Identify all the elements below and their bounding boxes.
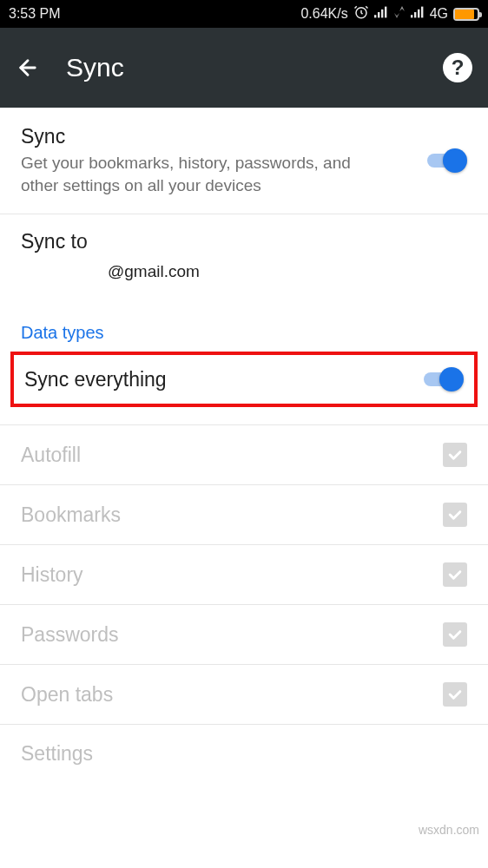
sync-to-label: Sync to [21, 230, 467, 253]
alarm-icon [353, 4, 369, 23]
passwords-row: Passwords [0, 605, 488, 665]
status-time: 3:53 PM [9, 6, 61, 22]
history-row: History [0, 545, 488, 605]
sync-toggle[interactable] [425, 148, 467, 173]
open-tabs-label: Open tabs [21, 683, 443, 707]
svg-rect-1 [374, 15, 376, 17]
settings-row: Settings [0, 725, 488, 783]
sync-everything-label: Sync everything [24, 368, 422, 391]
svg-rect-3 [381, 10, 383, 18]
open-tabs-row: Open tabs [0, 665, 488, 725]
bookmarks-label: Bookmarks [21, 503, 443, 527]
battery-icon [453, 8, 479, 21]
signal-icon [374, 5, 388, 23]
status-bar: 3:53 PM 0.64K/s 4G [0, 0, 488, 28]
status-right: 0.64K/s 4G [300, 4, 479, 23]
bookmarks-row: Bookmarks [0, 485, 488, 545]
help-button[interactable]: ? [443, 53, 472, 82]
svg-rect-7 [418, 10, 419, 18]
open-tabs-checkbox [443, 682, 467, 707]
watermark: wsxdn.com [419, 823, 479, 837]
passwords-label: Passwords [21, 623, 443, 647]
sync-to-email: @gmail.com [21, 262, 467, 281]
svg-rect-5 [411, 15, 412, 17]
signal-icon-2 [411, 5, 425, 23]
data-icon [393, 5, 406, 23]
svg-rect-6 [414, 12, 416, 17]
passwords-checkbox [443, 622, 467, 647]
sync-title: Sync [21, 125, 425, 148]
autofill-row: Autofill [0, 425, 488, 485]
app-bar: Sync ? [0, 28, 488, 108]
autofill-checkbox [443, 443, 467, 467]
status-speed: 0.64K/s [300, 6, 347, 22]
bookmarks-checkbox [443, 503, 467, 527]
sync-desc: Get your bookmarks, history, passwords, … [21, 152, 351, 196]
sync-to-row[interactable]: Sync to @gmail.com [0, 214, 488, 307]
autofill-label: Autofill [21, 444, 443, 467]
settings-label: Settings [21, 742, 467, 766]
network-label: 4G [430, 6, 448, 22]
history-label: History [21, 563, 443, 587]
svg-rect-8 [421, 7, 423, 18]
sync-master-row[interactable]: Sync Get your bookmarks, history, passwo… [0, 108, 488, 214]
svg-rect-2 [378, 12, 379, 17]
sync-everything-toggle[interactable] [422, 367, 464, 391]
page-title: Sync [66, 53, 417, 82]
content: Sync Get your bookmarks, history, passwo… [0, 108, 488, 783]
history-checkbox [443, 562, 467, 587]
highlight-box: Sync everything [10, 352, 478, 407]
section-header-data-types: Data types [0, 307, 488, 352]
back-button[interactable] [16, 56, 40, 80]
sync-everything-row[interactable]: Sync everything [14, 355, 474, 404]
svg-rect-4 [385, 7, 386, 18]
